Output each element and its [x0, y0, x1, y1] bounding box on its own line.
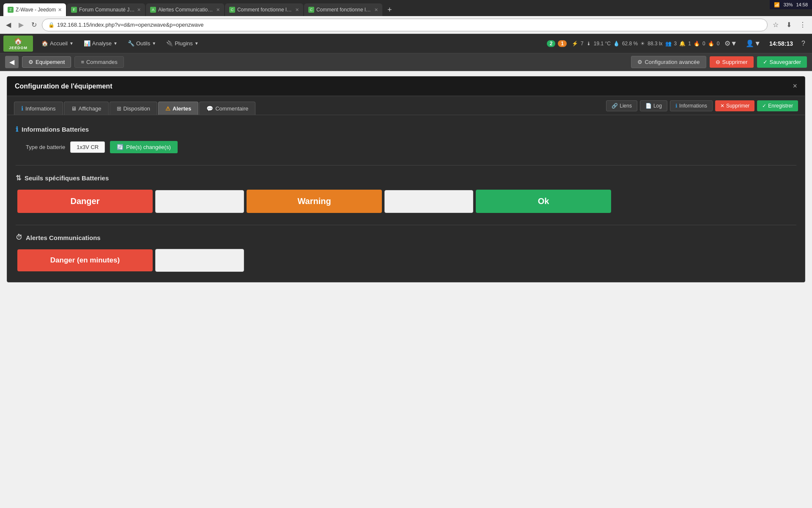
- battery-type-label: Type de batterie: [26, 144, 65, 150]
- enregistrer-icon: ✓: [762, 103, 766, 109]
- humidity-icon: 💧: [613, 41, 620, 47]
- alert3-icon: 🔥: [708, 41, 714, 47]
- log-icon: 📄: [645, 103, 652, 109]
- analyse-icon: 📊: [84, 40, 91, 47]
- tab-informations[interactable]: ℹ Informations: [14, 102, 63, 115]
- address-text: 192.168.1.15/index.php?v=d&m=openzwave&p…: [57, 22, 204, 28]
- system-time: 14:58: [796, 2, 808, 7]
- zwave-icon: ⚡: [572, 41, 578, 47]
- outils-icon: 🔧: [128, 40, 134, 47]
- liens-icon: 🔗: [612, 103, 618, 109]
- nav-item-accueil[interactable]: 🏠 Accueil ▼: [37, 38, 78, 49]
- address-lock-icon: 🔒: [48, 22, 55, 28]
- address-bar[interactable]: 🔒 192.168.1.15/index.php?v=d&m=openzwave…: [42, 19, 768, 31]
- browser-tab-4[interactable]: C Comment fonctionne le He... ✕: [225, 3, 303, 16]
- jeedom-logo[interactable]: 🏠 JEEDOM: [3, 36, 33, 52]
- panel-close-button[interactable]: ×: [793, 82, 797, 91]
- alert-danger-input[interactable]: [155, 249, 244, 272]
- battery-indicator: 33%: [783, 2, 793, 7]
- seuils-section-title: Seuils spécifiques Batteries: [25, 174, 109, 182]
- user-button[interactable]: 👤▼: [742, 38, 764, 49]
- warning-threshold-button[interactable]: Warning: [247, 190, 382, 213]
- bookmark-button[interactable]: ☆: [770, 19, 781, 30]
- badge-green: 2: [547, 40, 556, 47]
- battery-section-title: Informations Batteries: [22, 126, 89, 133]
- accueil-dropdown-icon: ▼: [69, 41, 74, 46]
- tab5-close[interactable]: ✕: [374, 7, 378, 13]
- config-avancee-button[interactable]: ⚙ Configuration avancée: [631, 56, 706, 68]
- menu-button[interactable]: ⋮: [797, 19, 809, 30]
- browser-tab-1[interactable]: Z Z-Wave - Jeedom ✕: [3, 3, 66, 16]
- alertes-section-icon: ⏱: [16, 234, 22, 241]
- nav-item-plugins[interactable]: 🔌 Plugins ▼: [162, 38, 203, 49]
- informations-tab-icon: ℹ: [21, 105, 23, 112]
- home-icon: 🏠: [41, 40, 48, 47]
- badge-orange: 1: [558, 40, 567, 47]
- tab-commandes[interactable]: ≡ Commandes: [74, 56, 123, 68]
- commandes-icon: ≡: [81, 59, 84, 65]
- temp-icon: 🌡: [586, 41, 591, 47]
- ok-threshold-button[interactable]: Ok: [476, 190, 611, 213]
- tab4-close[interactable]: ✕: [295, 7, 299, 13]
- tab3-close[interactable]: ✕: [216, 7, 220, 13]
- sauvegarder-button[interactable]: ✓ Sauvegarder: [757, 56, 807, 68]
- back-button[interactable]: ◀: [5, 56, 19, 68]
- danger-threshold-button[interactable]: Danger: [17, 190, 153, 213]
- pile-refresh-icon: 🔄: [117, 144, 123, 150]
- tab2-label: Forum Communauté Jeedo...: [79, 7, 135, 13]
- battery-type-value: 1x3V CR: [70, 141, 105, 153]
- supprimer-main-button[interactable]: ⊖ Supprimer: [710, 56, 754, 68]
- pile-changee-button[interactable]: 🔄 Pile(s) changée(s): [110, 141, 178, 153]
- tab-equipement[interactable]: ⚙ Equipement: [22, 56, 71, 68]
- supprimer-main-icon: ⊖: [716, 59, 720, 65]
- danger-threshold-input[interactable]: [155, 190, 244, 213]
- tab5-favicon: C: [308, 7, 314, 13]
- tab-commentaire[interactable]: 💬 Commentaire: [199, 102, 255, 115]
- wifi-icon: 📶: [774, 2, 780, 8]
- alert1-icon: 🔔: [679, 41, 686, 47]
- tab1-label: Z-Wave - Jeedom: [16, 7, 56, 13]
- tab-affichage[interactable]: 🖥 Affichage: [64, 102, 109, 115]
- nav-item-analyse[interactable]: 📊 Analyse ▼: [80, 38, 122, 49]
- alertes-tab-icon: ⚠: [165, 105, 170, 112]
- tab2-close[interactable]: ✕: [137, 7, 141, 13]
- nav-back-button[interactable]: ◀: [3, 19, 14, 30]
- download-button[interactable]: ⬇: [784, 19, 794, 30]
- tab-disposition[interactable]: ⊞ Disposition: [110, 102, 158, 115]
- plugins-icon: 🔌: [166, 40, 173, 47]
- informations-action-button[interactable]: ℹ Informations: [670, 100, 713, 111]
- supprimer-panel-button[interactable]: ✕ Supprimer: [715, 100, 754, 111]
- help-icon[interactable]: ?: [798, 38, 809, 49]
- settings-button[interactable]: ⚙▼: [721, 38, 741, 49]
- tab3-favicon: A: [150, 7, 156, 13]
- supprimer-panel-icon: ✕: [720, 103, 724, 109]
- alert-danger-button[interactable]: Danger (en minutes): [17, 249, 153, 271]
- tab4-favicon: C: [229, 7, 235, 13]
- browser-tab-5[interactable]: C Comment fonctionne le He... ✕: [304, 3, 382, 16]
- outils-dropdown-icon: ▼: [152, 41, 156, 46]
- new-tab-button[interactable]: +: [383, 3, 396, 16]
- persons-icon: 👥: [665, 41, 672, 47]
- enregistrer-button[interactable]: ✓ Enregistrer: [757, 100, 798, 111]
- browser-tab-2[interactable]: F Forum Communauté Jeedo... ✕: [67, 3, 145, 16]
- tab-alertes[interactable]: ⚠ Alertes: [158, 102, 198, 115]
- section-alertes: ⏱ Alertes Communications Danger (en minu…: [16, 234, 796, 272]
- nav-forward-button[interactable]: ▶: [16, 19, 26, 30]
- browser-tab-3[interactable]: A Alertes Communications Ti... ✕: [146, 3, 224, 16]
- plugins-dropdown-icon: ▼: [195, 41, 199, 46]
- warning-threshold-input[interactable]: [384, 190, 473, 213]
- nav-item-outils[interactable]: 🔧 Outils ▼: [123, 38, 160, 49]
- alert3-value: 0: [717, 41, 720, 47]
- lux-value: 88.3 lx: [647, 41, 662, 47]
- tab3-label: Alertes Communications Ti...: [158, 7, 214, 13]
- temp-value: 19.1 °C: [594, 41, 611, 47]
- disposition-tab-icon: ⊞: [117, 105, 121, 112]
- lux-icon: ☀: [640, 41, 645, 47]
- persons-value: 3: [674, 41, 677, 47]
- alertes-section-title: Alertes Communications: [26, 234, 101, 241]
- nav-reload-button[interactable]: ↻: [29, 19, 39, 30]
- tab1-close[interactable]: ✕: [58, 7, 62, 13]
- liens-button[interactable]: 🔗 Liens: [606, 100, 637, 111]
- seuils-section-icon: ⇅: [16, 174, 21, 182]
- log-button[interactable]: 📄 Log: [640, 100, 667, 111]
